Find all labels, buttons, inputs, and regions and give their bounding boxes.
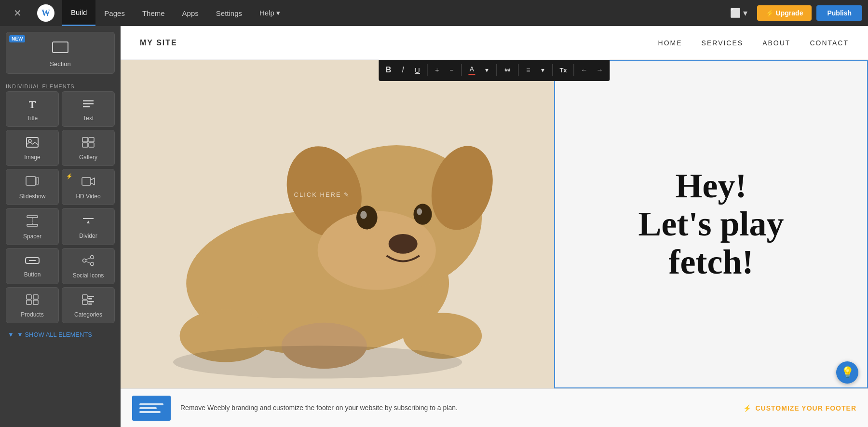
footer-description-text: Remove Weebly branding and customize the… — [180, 403, 733, 413]
image-label: Image — [24, 154, 40, 161]
section-element[interactable]: NEW Section — [6, 32, 115, 74]
nav-help[interactable]: Help ▾ — [251, 0, 289, 26]
logo-icon: W — [37, 4, 54, 22]
sidebar-item-slideshow[interactable]: Slideshow — [6, 169, 59, 205]
color-button[interactable]: A — [464, 62, 479, 78]
new-badge: NEW — [9, 35, 25, 42]
increase-size-button[interactable]: + — [430, 62, 444, 78]
footer-banner: Remove Weebly branding and customize the… — [121, 388, 868, 427]
help-fab-button[interactable]: 💡 — [836, 361, 858, 384]
device-selector[interactable]: ⬜ ▾ — [725, 8, 752, 18]
toolbar-separator-4 — [518, 64, 518, 76]
categories-icon — [82, 294, 95, 307]
svg-rect-0 — [53, 42, 68, 53]
nav-theme[interactable]: Theme — [134, 0, 174, 26]
preview-line-3 — [139, 411, 161, 413]
svg-rect-7 — [89, 138, 94, 142]
format-toolbar: B I U + − A ▾ — [379, 60, 610, 81]
align-dropdown-button[interactable]: ▾ — [536, 62, 549, 78]
svg-point-23 — [91, 262, 94, 266]
svg-point-43 — [356, 206, 378, 229]
color-btn-inner: A — [468, 65, 475, 75]
svg-line-25 — [86, 262, 91, 263]
sidebar-item-hdvideo[interactable]: ⚡ HD Video — [62, 169, 115, 205]
nav-pages[interactable]: Pages — [95, 0, 134, 26]
section-icon — [52, 41, 69, 56]
svg-point-21 — [83, 259, 86, 262]
hero-text-content: Hey!Let's playfetch! — [624, 157, 798, 291]
sidebar-item-image[interactable]: Image — [6, 130, 59, 166]
nav-build[interactable]: Build — [62, 0, 95, 26]
link-button[interactable] — [500, 62, 515, 78]
nav-about[interactable]: ABOUT — [762, 39, 790, 47]
publish-button[interactable]: Publish — [816, 5, 862, 21]
italic-button[interactable]: I — [396, 62, 409, 78]
products-icon — [26, 294, 39, 307]
canvas-area: MY SITE HOME SERVICES ABOUT CONTACT B I … — [121, 26, 868, 427]
sidebar-item-button[interactable]: Button — [6, 248, 59, 284]
sidebar-item-categories[interactable]: Categories — [62, 287, 115, 323]
color-indicator — [468, 74, 475, 75]
svg-point-42 — [389, 234, 418, 254]
nav-apps[interactable]: Apps — [174, 0, 207, 26]
elements-grid: T Title Text — [0, 91, 121, 327]
svg-rect-8 — [82, 143, 88, 147]
show-all-label: ▼ SHOW ALL ELEMENTS — [17, 331, 92, 338]
hero-image[interactable]: CLICK HERE ✎ — [121, 60, 554, 388]
svg-rect-14 — [27, 224, 38, 226]
color-dropdown-button[interactable]: ▾ — [480, 62, 493, 78]
svg-point-45 — [360, 211, 367, 219]
hero-section[interactable]: B I U + − A ▾ — [121, 60, 868, 388]
show-all-elements-button[interactable]: ▼ ▼ SHOW ALL ELEMENTS — [0, 327, 121, 346]
close-button[interactable]: ✕ — [6, 7, 29, 19]
sidebar-item-socialicons[interactable]: Social Icons — [62, 248, 115, 284]
toolbar-separator-6 — [574, 64, 574, 76]
toolbar-separator-5 — [552, 64, 553, 76]
image-icon — [26, 137, 39, 150]
svg-rect-10 — [26, 177, 36, 185]
nav-home[interactable]: HOME — [658, 39, 682, 47]
title-icon: T — [29, 98, 36, 111]
sidebar-item-gallery[interactable]: Gallery — [62, 130, 115, 166]
redo-button[interactable]: → — [593, 62, 607, 78]
slideshow-label: Slideshow — [19, 193, 46, 200]
elements-group-label: INDIVIDUAL ELEMENTS — [0, 80, 121, 91]
svg-rect-33 — [88, 298, 92, 300]
svg-rect-32 — [88, 296, 94, 297]
sidebar-item-divider[interactable]: Divider — [62, 208, 115, 245]
sidebar-item-text[interactable]: Text — [62, 91, 115, 127]
show-all-chevron-icon: ▼ — [8, 331, 14, 338]
hero-heading: Hey!Let's playfetch! — [638, 167, 784, 282]
text-icon — [82, 99, 95, 111]
svg-marker-17 — [87, 220, 90, 223]
customize-footer-button[interactable]: ⚡ CUSTOMIZE YOUR FOOTER — [743, 404, 857, 412]
nav-settings[interactable]: Settings — [207, 0, 251, 26]
align-button[interactable]: ≡ — [521, 62, 535, 78]
canvas-wrapper: MY SITE HOME SERVICES ABOUT CONTACT B I … — [121, 26, 868, 427]
underline-button[interactable]: U — [410, 62, 424, 78]
gallery-label: Gallery — [79, 154, 97, 161]
site-logo: MY SITE — [140, 39, 177, 47]
bold-button[interactable]: B — [381, 62, 395, 78]
decrease-size-button[interactable]: − — [445, 62, 458, 78]
sidebar-item-title[interactable]: T Title — [6, 91, 59, 127]
sidebar-item-products[interactable]: Products — [6, 287, 59, 323]
hero-text-panel[interactable]: Hey!Let's playfetch! — [554, 60, 868, 388]
sidebar: NEW Section INDIVIDUAL ELEMENTS T Title — [0, 26, 121, 427]
tx-button[interactable]: Tx — [556, 62, 570, 78]
svg-rect-35 — [88, 303, 92, 305]
undo-button[interactable]: ← — [577, 62, 592, 78]
gallery-icon — [82, 137, 95, 150]
svg-rect-34 — [88, 301, 94, 303]
svg-rect-6 — [82, 138, 88, 142]
upgrade-button[interactable]: ⚡ Upgrade — [757, 5, 812, 21]
svg-rect-4 — [27, 138, 38, 147]
nav-contact[interactable]: CONTACT — [810, 39, 849, 47]
categories-label: Categories — [74, 311, 102, 318]
svg-rect-30 — [82, 295, 87, 299]
svg-rect-13 — [27, 216, 38, 218]
text-label: Text — [83, 115, 94, 122]
sidebar-item-spacer[interactable]: Spacer — [6, 208, 59, 245]
nav-services[interactable]: SERVICES — [702, 39, 744, 47]
lightning-badge-icon: ⚡ — [66, 173, 73, 179]
